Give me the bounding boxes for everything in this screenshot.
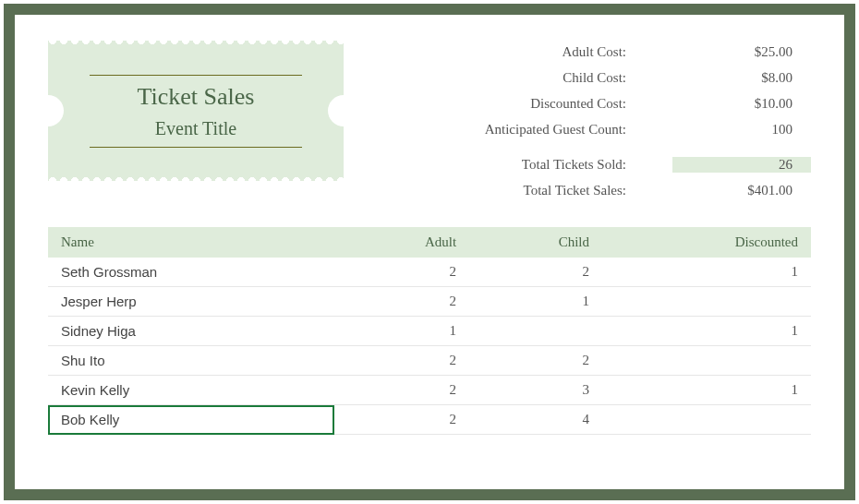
summary-label: Child Cost:: [381, 70, 672, 86]
sales-table[interactable]: NameAdultChildDiscounted Seth Grossman22…: [48, 227, 811, 435]
name-cell[interactable]: Shu Ito: [48, 346, 334, 376]
summary-row: Anticipated Guest Count:100: [381, 118, 811, 140]
name-cell[interactable]: Sidney Higa: [48, 317, 334, 346]
summary-label: Adult Cost:: [381, 44, 672, 60]
value-cell[interactable]: 2: [469, 346, 602, 376]
summary-label: Discounted Cost:: [381, 96, 672, 112]
value-cell[interactable]: 3: [469, 376, 602, 405]
table-body: Seth Grossman221Jesper Herp21Sidney Higa…: [48, 258, 811, 435]
summary-label: Total Ticket Sales:: [381, 183, 672, 198]
column-header[interactable]: Discounted: [602, 227, 811, 258]
value-cell[interactable]: 2: [334, 405, 469, 435]
ticket-subtitle: Event Title: [155, 118, 236, 139]
value-cell[interactable]: 1: [602, 376, 811, 405]
column-header[interactable]: Name: [48, 227, 334, 258]
table-row: Jesper Herp21: [48, 287, 811, 317]
summary-value[interactable]: $10.00: [672, 96, 811, 112]
value-cell[interactable]: 2: [334, 376, 469, 405]
ticket-title: Ticket Sales: [138, 83, 255, 111]
table-row: Sidney Higa11: [48, 317, 811, 346]
summary-label: Anticipated Guest Count:: [381, 122, 672, 138]
summary-row: Total Ticket Sales:$401.00: [381, 179, 811, 201]
value-cell[interactable]: 2: [469, 258, 602, 287]
summary-row: Child Cost:$8.00: [381, 66, 811, 89]
ticket-rule-bottom: [90, 147, 302, 148]
value-cell[interactable]: 4: [469, 405, 602, 435]
value-cell[interactable]: 1: [602, 258, 811, 287]
table-row: Seth Grossman221: [48, 258, 811, 287]
name-cell[interactable]: Bob Kelly: [48, 405, 334, 435]
value-cell[interactable]: 2: [334, 346, 469, 376]
summary-value[interactable]: 26: [672, 157, 811, 173]
top-section: Ticket Sales Event Title Adult Cost:$25.…: [48, 41, 811, 201]
value-cell[interactable]: [602, 405, 811, 435]
table-header-row: NameAdultChildDiscounted: [48, 227, 811, 258]
summary-value[interactable]: $8.00: [672, 70, 811, 86]
summary-gap: [381, 144, 811, 150]
spreadsheet-frame: Ticket Sales Event Title Adult Cost:$25.…: [4, 4, 855, 500]
table-row: Bob Kelly24: [48, 405, 811, 435]
name-cell[interactable]: Seth Grossman: [48, 258, 334, 287]
value-cell[interactable]: 1: [469, 287, 602, 317]
value-cell[interactable]: 1: [602, 317, 811, 346]
summary-label: Total Tickets Sold:: [381, 157, 672, 173]
value-cell[interactable]: 2: [334, 287, 469, 317]
summary-value[interactable]: $25.00: [672, 44, 811, 60]
name-cell[interactable]: Jesper Herp: [48, 287, 334, 317]
summary-row: Total Tickets Sold:26: [381, 153, 811, 175]
value-cell[interactable]: 2: [334, 258, 469, 287]
ticket-rule-top: [90, 75, 302, 76]
summary-row: Discounted Cost:$10.00: [381, 92, 811, 114]
table-row: Kevin Kelly231: [48, 376, 811, 405]
ticket-graphic: Ticket Sales Event Title: [48, 41, 344, 181]
value-cell[interactable]: [602, 346, 811, 376]
summary-row: Adult Cost:$25.00: [381, 41, 811, 63]
value-cell[interactable]: [469, 317, 602, 346]
ticket-scallop-top: [48, 36, 344, 45]
column-header[interactable]: Child: [469, 227, 602, 258]
value-cell[interactable]: 1: [334, 317, 469, 346]
name-cell[interactable]: Kevin Kelly: [48, 376, 334, 405]
table-row: Shu Ito22: [48, 346, 811, 376]
summary-block: Adult Cost:$25.00Child Cost:$8.00Discoun…: [381, 41, 811, 201]
column-header[interactable]: Adult: [334, 227, 469, 258]
summary-value[interactable]: $401.00: [672, 183, 811, 198]
ticket-scallop-bottom: [48, 176, 344, 186]
value-cell[interactable]: [602, 287, 811, 317]
summary-value[interactable]: 100: [672, 122, 811, 138]
